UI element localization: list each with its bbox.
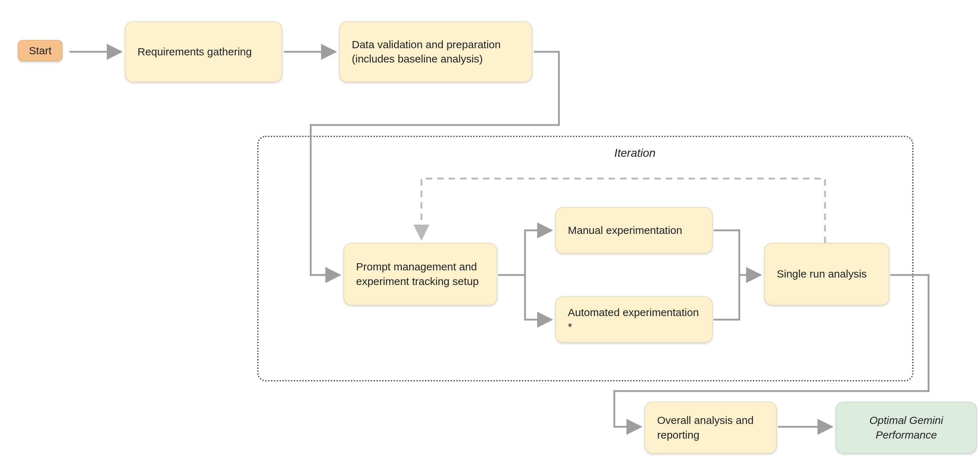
node-label: Prompt management and experiment trackin… (356, 260, 485, 288)
node-label: Data validation and preparation (include… (352, 38, 501, 67)
node-label: Optimal Gemini Performance (848, 413, 964, 442)
iteration-label: Iteration (614, 147, 656, 160)
node-manual-exp: Manual experimentation (555, 207, 713, 253)
node-label: Overall analysis and reporting (657, 413, 764, 442)
flow-diagram: Iteration Start Requirements gathering D… (0, 0, 980, 465)
node-label: Manual experimentation (568, 223, 682, 238)
node-requirements: Requirements gathering (125, 21, 282, 82)
node-overall: Overall analysis and reporting (644, 402, 777, 454)
node-start: Start (18, 40, 62, 61)
node-optimal: Optimal Gemini Performance (836, 402, 977, 454)
node-auto-exp: Automated experimentation * (555, 296, 713, 343)
node-label: Automated experimentation * (568, 305, 700, 334)
node-label: Requirements gathering (137, 45, 252, 59)
node-label: Single run analysis (777, 267, 867, 282)
node-data-validation: Data validation and preparation (include… (339, 21, 532, 82)
node-prompt-mgmt: Prompt management and experiment trackin… (344, 243, 497, 305)
node-single-run: Single run analysis (764, 243, 889, 305)
